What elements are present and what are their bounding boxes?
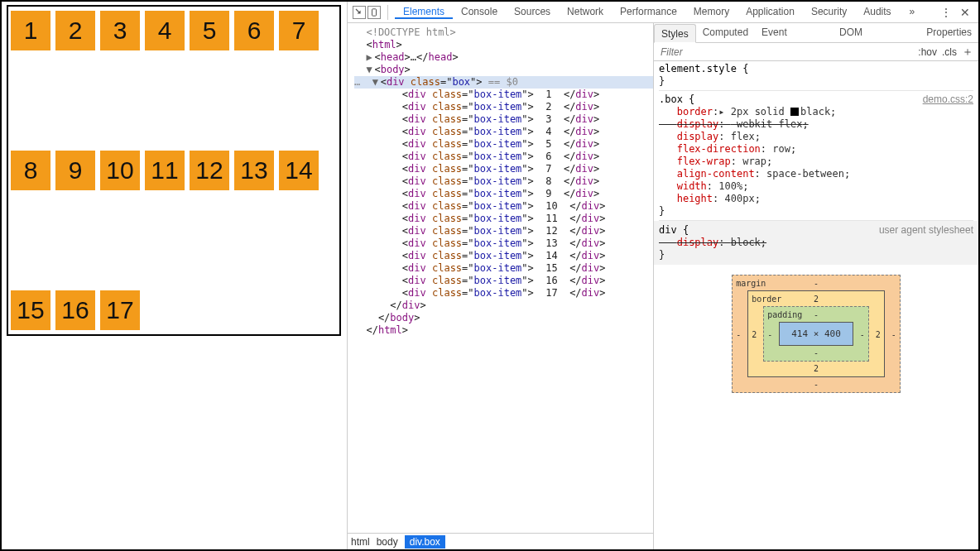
new-rule-icon[interactable]: ＋ <box>962 45 973 60</box>
box-model: margin - - - - border 2 2 2 2 <box>659 265 973 393</box>
close-icon[interactable]: ✕ <box>957 6 973 19</box>
box-item: 7 <box>279 11 319 50</box>
cls-toggle[interactable]: .cls <box>942 46 957 58</box>
ua-source: user agent stylesheet <box>879 224 973 237</box>
crumb-html[interactable]: html <box>351 536 370 548</box>
tab-network[interactable]: Network <box>559 6 612 17</box>
ua-val: block <box>731 237 761 248</box>
val-height[interactable]: 400px <box>725 193 755 204</box>
css-rules[interactable]: element.style { } demo.css:2 .box { bord… <box>654 61 978 393</box>
page-pane: 1234567891011121314151617 <box>2 2 348 549</box>
rule-source-link[interactable]: demo.css:2 <box>923 93 973 106</box>
prop-flexdir[interactable]: flex-direction <box>677 143 761 155</box>
styles-tab-computed[interactable]: Computed <box>696 23 755 42</box>
val-display[interactable]: flex <box>731 131 755 142</box>
bm-padding-top: - <box>814 309 819 321</box>
elements-tree[interactable]: <!DOCTYPE html> <html> ▶<head>…</head> ▼… <box>348 23 653 533</box>
bm-border-right: 2 <box>876 328 881 340</box>
box-item: 6 <box>234 11 274 50</box>
bm-padding-right: - <box>860 328 865 340</box>
tab-console[interactable]: Console <box>453 6 506 17</box>
breadcrumb[interactable]: html body div.box <box>348 533 653 549</box>
flex-box: 1234567891011121314151617 <box>7 5 341 336</box>
tab-security[interactable]: Security <box>803 6 855 17</box>
box-item: 2 <box>55 11 95 50</box>
box-item: 1 <box>11 11 50 50</box>
val-border[interactable]: ▸ 2px solid <box>718 106 790 117</box>
tab-performance[interactable]: Performance <box>612 6 685 17</box>
val-wrap[interactable]: wrap <box>742 156 766 167</box>
box-item: 5 <box>190 11 229 50</box>
separator <box>387 5 388 20</box>
prop-border[interactable]: border <box>677 106 713 117</box>
box-item: 8 <box>11 151 50 190</box>
prop-height[interactable]: height <box>677 193 713 204</box>
tab-elements[interactable]: Elements <box>395 6 453 19</box>
styles-filter-input[interactable] <box>659 46 913 59</box>
styles-tab-dom-breakpoints[interactable]: DOM Breakpoints <box>833 23 920 42</box>
bm-margin-right: - <box>891 328 896 340</box>
bm-padding-label: padding <box>767 309 802 321</box>
bm-content[interactable]: 414 × 400 <box>779 322 853 346</box>
bm-border[interactable]: border 2 2 2 2 padding - - - <box>747 290 885 377</box>
bm-padding-left: - <box>767 328 772 340</box>
bm-margin-top: - <box>814 277 819 290</box>
styles-pane: StylesComputedEvent ListenersDOM Breakpo… <box>654 23 978 549</box>
val-align[interactable]: space-between <box>766 168 844 180</box>
close-brace: } <box>659 75 973 88</box>
prop-wrap[interactable]: flex-wrap <box>677 156 731 167</box>
devtools: ElementsConsoleSourcesNetworkPerformance… <box>348 2 978 549</box>
val-border-color[interactable]: black <box>800 106 830 117</box>
devtools-main: <!DOCTYPE html> <html> ▶<head>…</head> ▼… <box>348 23 978 549</box>
bm-margin[interactable]: margin - - - - border 2 2 2 2 <box>732 275 901 393</box>
bm-margin-left: - <box>736 328 741 340</box>
prop-display-struck[interactable]: display <box>677 118 719 130</box>
styles-tab-event-listeners[interactable]: Event Listeners <box>755 23 833 42</box>
styles-tab-styles[interactable]: Styles <box>654 24 696 43</box>
box-item: 15 <box>11 290 50 330</box>
devtools-toolbar: ElementsConsoleSourcesNetworkPerformance… <box>348 2 978 23</box>
menu-icon[interactable]: ⋮ <box>937 6 955 19</box>
bm-margin-label: margin <box>736 277 766 290</box>
tab-more[interactable]: » <box>901 2 924 22</box>
box-item: 17 <box>100 290 140 330</box>
bm-padding[interactable]: padding - - - - 414 × 400 <box>763 306 869 362</box>
close-brace: } <box>659 205 973 218</box>
crumb-box[interactable]: div.box <box>405 535 445 549</box>
prop-width[interactable]: width <box>677 180 707 192</box>
device-icon[interactable] <box>368 6 381 19</box>
elements-tree-pane: <!DOCTYPE html> <html> ▶<head>…</head> ▼… <box>348 23 654 549</box>
close-brace: } <box>659 249 973 261</box>
val-flexdir[interactable]: row <box>772 143 790 155</box>
val-width[interactable]: 100% <box>718 180 742 192</box>
prop-display[interactable]: display <box>677 131 719 142</box>
styles-filter-row: :hov .cls ＋ <box>654 43 978 61</box>
svg-rect-0 <box>372 8 377 15</box>
box-item: 11 <box>145 151 185 190</box>
box-item: 4 <box>145 11 185 50</box>
inspect-icon[interactable] <box>353 6 366 19</box>
box-item: 9 <box>55 151 95 190</box>
crumb-body[interactable]: body <box>377 536 398 548</box>
hov-toggle[interactable]: :hov <box>918 46 937 58</box>
tab-memory[interactable]: Memory <box>685 6 737 17</box>
tab-application[interactable]: Application <box>737 6 803 17</box>
viewport: 1234567891011121314151617 ElementsConsol… <box>0 0 980 551</box>
bm-border-label: border <box>752 293 781 305</box>
color-swatch-icon[interactable] <box>790 108 799 116</box>
bm-border-left: 2 <box>752 328 757 340</box>
box-item: 14 <box>279 151 319 190</box>
rule-box-selector: .box { <box>659 93 694 105</box>
val-display-struck[interactable]: -webkit-flex <box>731 118 803 130</box>
ua-selector: div { <box>659 224 689 236</box>
styles-tabs: StylesComputedEvent ListenersDOM Breakpo… <box>654 23 978 43</box>
box-item: 16 <box>55 290 95 330</box>
tab-sources[interactable]: Sources <box>506 6 559 17</box>
prop-align[interactable]: align-content <box>677 168 755 180</box>
box-item: 13 <box>234 151 274 190</box>
box-item: 10 <box>100 151 140 190</box>
styles-tab-properties[interactable]: Properties <box>920 23 978 42</box>
bm-padding-bottom: - <box>814 347 819 359</box>
bm-border-top: 2 <box>814 293 819 305</box>
tab-audits[interactable]: Audits <box>855 6 899 17</box>
